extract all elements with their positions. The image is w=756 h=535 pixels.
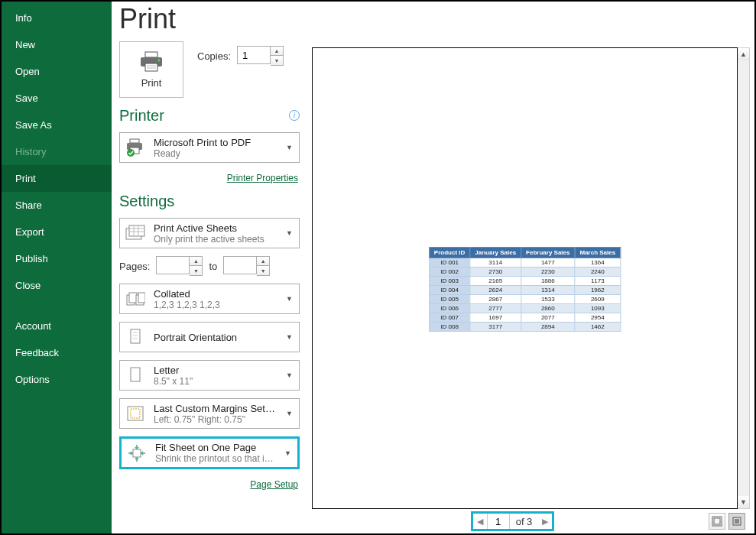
copies-input[interactable] bbox=[237, 46, 271, 64]
sidebar-item-publish[interactable]: Publish bbox=[2, 245, 112, 272]
sidebar-item-new[interactable]: New bbox=[2, 31, 112, 58]
table-row: ID 004262413141962 bbox=[429, 286, 620, 295]
current-page-input[interactable] bbox=[487, 514, 510, 529]
margins-sub: Left: 0.75" Right: 0.75" bbox=[154, 414, 277, 425]
printer-info-icon[interactable]: i bbox=[289, 110, 300, 121]
pages-from-input[interactable] bbox=[156, 256, 190, 274]
printer-selector[interactable]: Microsoft Print to PDF Ready ▼ bbox=[119, 132, 300, 163]
print-button[interactable]: Print bbox=[119, 41, 183, 98]
sidebar-item-info[interactable]: Info bbox=[2, 5, 112, 31]
show-margins-button[interactable] bbox=[709, 513, 725, 530]
copies-label: Copies: bbox=[197, 50, 231, 62]
sidebar-item-account[interactable]: Account bbox=[2, 313, 112, 339]
page-title: Print bbox=[112, 2, 754, 41]
fit-page-icon bbox=[126, 443, 148, 464]
scroll-up-icon[interactable]: ▲ bbox=[738, 48, 749, 60]
printer-icon bbox=[138, 51, 164, 73]
preview-bottom-bar: ◀ of 3 ▶ bbox=[312, 509, 750, 533]
next-page-button[interactable]: ▶ bbox=[538, 514, 552, 529]
pages-label: Pages: bbox=[119, 261, 150, 272]
chevron-down-icon: ▼ bbox=[284, 333, 294, 341]
scaling-title: Fit Sheet on One Page bbox=[155, 442, 275, 453]
sidebar-item-save[interactable]: Save bbox=[2, 85, 112, 112]
margins-selector[interactable]: Last Custom Margins Setting Left: 0.75" … bbox=[119, 398, 300, 429]
table-header: Product ID bbox=[429, 248, 469, 258]
table-header: March Sales bbox=[575, 248, 621, 258]
page-count-label: of 3 bbox=[510, 516, 539, 527]
preview-column: Product IDJanuary SalesFebruary SalesMar… bbox=[307, 41, 754, 533]
chevron-down-icon: ▼ bbox=[284, 410, 294, 417]
printer-properties-link[interactable]: Printer Properties bbox=[227, 173, 298, 183]
prev-page-button[interactable]: ◀ bbox=[473, 514, 487, 529]
copies-spinner[interactable]: ▲ ▼ bbox=[237, 46, 284, 66]
pages-range: Pages: ▲▼ to ▲▼ bbox=[119, 256, 300, 276]
print-controls: Print Copies: ▲ ▼ Print bbox=[112, 41, 307, 533]
sidebar-item-options[interactable]: Options bbox=[2, 366, 112, 393]
paper-icon bbox=[125, 365, 146, 386]
copies-down[interactable]: ▼ bbox=[271, 56, 283, 65]
sidebar-item-close[interactable]: Close bbox=[2, 272, 112, 299]
svg-rect-31 bbox=[735, 519, 739, 524]
sidebar-item-share[interactable]: Share bbox=[2, 192, 112, 219]
table-row: ID 003216518861173 bbox=[429, 277, 620, 286]
chevron-down-icon: ▼ bbox=[284, 144, 294, 151]
svg-rect-27 bbox=[133, 449, 141, 457]
pages-to-spinner[interactable]: ▲▼ bbox=[223, 256, 270, 276]
zoom-to-page-button[interactable] bbox=[728, 513, 745, 530]
page-navigator[interactable]: ◀ of 3 ▶ bbox=[471, 511, 555, 531]
table-row: ID 001311414771364 bbox=[429, 258, 620, 268]
sidebar-item-saveas[interactable]: Save As bbox=[2, 112, 112, 138]
sidebar-item-feedback[interactable]: Feedback bbox=[2, 339, 112, 366]
table-header: February Sales bbox=[521, 248, 575, 258]
sidebar-item-print[interactable]: Print bbox=[2, 165, 112, 192]
pages-to-down[interactable]: ▼ bbox=[257, 266, 269, 275]
collate-title: Collated bbox=[154, 288, 277, 300]
printer-name: Microsoft Print to PDF bbox=[154, 137, 277, 148]
margins-title: Last Custom Margins Setting bbox=[154, 403, 277, 414]
svg-rect-11 bbox=[129, 225, 144, 236]
table-row: ID 007169720772954 bbox=[429, 313, 620, 323]
pages-from-down[interactable]: ▼ bbox=[190, 266, 202, 275]
table-row: ID 005286715332609 bbox=[429, 295, 620, 304]
paper-sub: 8.5" x 11" bbox=[154, 376, 277, 387]
sidebar-item-open[interactable]: Open bbox=[2, 58, 112, 85]
settings-heading: Settings bbox=[119, 193, 300, 210]
scaling-sub: Shrink the printout so that it… bbox=[155, 453, 275, 464]
orientation-selector[interactable]: Portrait Orientation ▼ bbox=[119, 322, 300, 352]
table-header: January Sales bbox=[470, 248, 521, 258]
pages-from-up[interactable]: ▲ bbox=[190, 257, 202, 266]
printer-heading: Printer bbox=[119, 107, 164, 125]
sheets-icon bbox=[125, 222, 146, 244]
table-row: ID 002273022302240 bbox=[429, 268, 620, 277]
print-what-sub: Only print the active sheets bbox=[154, 234, 277, 245]
scaling-selector[interactable]: Fit Sheet on One Page Shrink the printou… bbox=[119, 436, 300, 469]
preview-data-table: Product IDJanuary SalesFebruary SalesMar… bbox=[429, 247, 621, 332]
portrait-icon bbox=[125, 326, 146, 348]
copies-up[interactable]: ▲ bbox=[271, 47, 283, 56]
main-panel: Print bbox=[112, 2, 754, 533]
backstage-sidebar: Info New Open Save Save As History Print… bbox=[2, 2, 112, 533]
svg-rect-19 bbox=[138, 293, 145, 303]
table-row: ID 006277728601093 bbox=[429, 304, 620, 313]
pages-to-up[interactable]: ▲ bbox=[257, 257, 269, 266]
paper-title: Letter bbox=[154, 365, 277, 376]
pages-to-input[interactable] bbox=[223, 256, 257, 274]
collate-icon bbox=[125, 288, 146, 310]
app-root: Info New Open Save Save As History Print… bbox=[0, 0, 756, 535]
chevron-down-icon: ▼ bbox=[284, 295, 294, 303]
orientation-title: Portrait Orientation bbox=[154, 332, 277, 343]
sidebar-item-export[interactable]: Export bbox=[2, 219, 112, 245]
page-setup-link[interactable]: Page Setup bbox=[250, 479, 298, 490]
scroll-down-icon[interactable]: ▼ bbox=[738, 496, 749, 508]
collate-selector[interactable]: Collated 1,2,3 1,2,3 1,2,3 ▼ bbox=[119, 284, 300, 314]
paper-selector[interactable]: Letter 8.5" x 11" ▼ bbox=[119, 360, 300, 391]
print-button-label: Print bbox=[141, 77, 162, 89]
svg-rect-20 bbox=[131, 329, 140, 343]
pages-from-spinner[interactable]: ▲▼ bbox=[156, 256, 203, 276]
chevron-down-icon: ▼ bbox=[283, 449, 293, 457]
pages-to-label: to bbox=[209, 261, 217, 272]
table-row: ID 008317728941462 bbox=[429, 323, 620, 332]
preview-scrollbar[interactable]: ▲ ▼ bbox=[738, 47, 750, 509]
chevron-down-icon: ▼ bbox=[284, 371, 294, 379]
print-what-selector[interactable]: Print Active Sheets Only print the activ… bbox=[119, 218, 300, 248]
